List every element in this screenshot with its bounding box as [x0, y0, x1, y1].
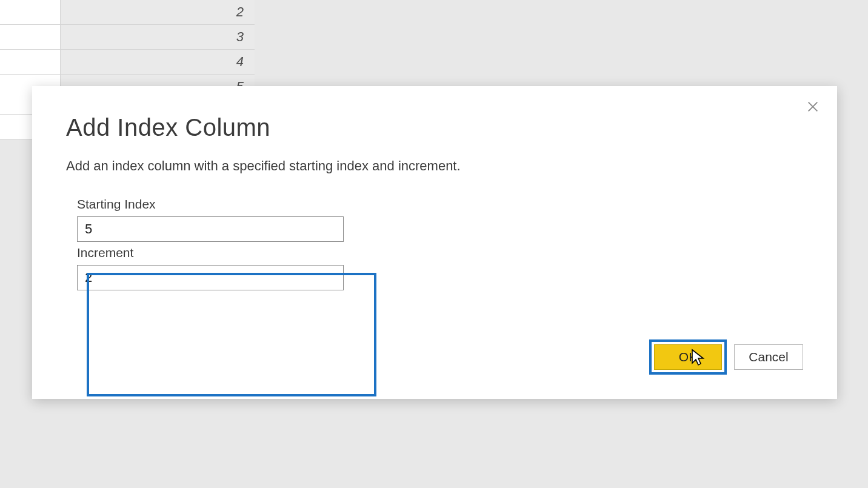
- close-button[interactable]: [803, 97, 823, 116]
- fields-group: Starting Index Increment: [66, 185, 355, 304]
- background-table: 2 3 4 5: [0, 0, 255, 99]
- table-row: 4: [0, 50, 255, 75]
- table-cell-blank: [0, 0, 61, 24]
- dialog-title: Add Index Column: [66, 114, 803, 141]
- table-cell-value: 4: [61, 50, 255, 74]
- table-cell-blank: [0, 25, 61, 49]
- close-icon: [806, 100, 820, 113]
- highlight-box-ok: OK: [649, 339, 727, 375]
- starting-index-input[interactable]: [77, 216, 344, 242]
- increment-label: Increment: [77, 246, 344, 260]
- cancel-button[interactable]: Cancel: [734, 344, 803, 370]
- starting-index-label: Starting Index: [77, 197, 344, 212]
- add-index-column-dialog: Add Index Column Add an index column wit…: [32, 86, 837, 399]
- table-cell-value: 2: [61, 0, 255, 24]
- table-row: 2: [0, 0, 255, 25]
- increment-input[interactable]: [77, 265, 344, 290]
- dialog-description: Add an index column with a specified sta…: [66, 158, 803, 174]
- ok-button[interactable]: OK: [654, 344, 722, 370]
- table-cell-blank: [0, 50, 61, 74]
- table-row: 3: [0, 25, 255, 50]
- dialog-buttons: OK Cancel: [649, 339, 803, 375]
- table-cell-value: 3: [61, 25, 255, 49]
- ok-button-label: OK: [679, 350, 697, 364]
